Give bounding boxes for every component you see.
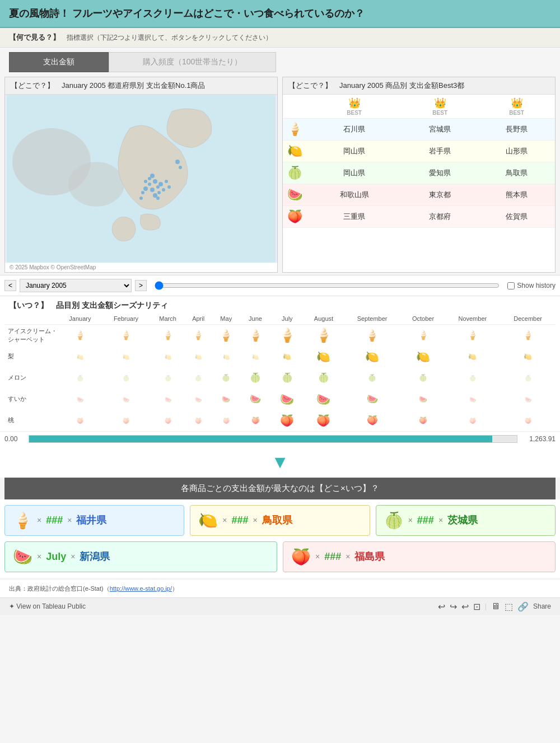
svg-point-7 <box>157 191 161 194</box>
season-cell: 🍈 <box>150 367 185 389</box>
ranking-r3: 佐賀県 <box>478 206 555 228</box>
sep-header: September <box>343 313 401 325</box>
timeline-next-button[interactable]: > <box>135 280 147 291</box>
season-cell: 🍈 <box>445 367 500 389</box>
svg-point-16 <box>167 185 171 189</box>
season-cell: 🍦 <box>102 325 151 346</box>
card-month: ### <box>324 551 341 563</box>
value-min: 0.00 <box>4 435 24 443</box>
main-section: 【どこで？】 January 2005 都道府県別 支出金額No.1商品 <box>0 77 560 273</box>
spending-button[interactable]: 支出金額 <box>9 52 109 72</box>
card-pref: 新潟県 <box>80 550 110 563</box>
ranking-icon: 🍉 <box>283 184 307 206</box>
card-times: × <box>408 516 413 525</box>
may-header: May <box>212 313 241 325</box>
season-row-label: アイスクリーム・シャーベット <box>4 325 58 346</box>
card-times2: × <box>438 516 443 525</box>
card-times: × <box>315 552 320 561</box>
bottom-section-header: 各商品ごとの支出金額が最大なのは【どこ×いつ】？ <box>4 478 556 499</box>
japan-map-svg <box>5 95 277 263</box>
redo-icon[interactable]: ↪ <box>450 601 457 612</box>
season-cell: 🍦 <box>304 325 343 346</box>
ranking-row: 🍑 三重県 京都府 佐賀県 <box>283 206 555 228</box>
product-card: 🍉 × July × 新潟県 <box>4 541 277 572</box>
nov-header: November <box>445 313 500 325</box>
season-cell: 🍈 <box>241 367 270 389</box>
season-cell: 🍋 <box>304 346 343 367</box>
season-cell: 🍉 <box>304 389 343 410</box>
season-cell: 🍋 <box>402 346 445 367</box>
svg-point-4 <box>156 185 160 189</box>
season-cell: 🍑 <box>212 410 241 431</box>
download-icon[interactable]: ⬚ <box>505 601 513 612</box>
season-cell: 🍈 <box>185 367 212 389</box>
card-month: ### <box>417 515 434 526</box>
share-icon[interactable]: 🔗 <box>517 601 529 612</box>
share-label[interactable]: Share <box>533 602 551 610</box>
layout-icon[interactable]: ⊡ <box>473 601 480 612</box>
ranking-r2: 東京都 <box>402 184 478 206</box>
season-cell: 🍑 <box>500 410 556 431</box>
rank3-header: 👑 BEST <box>478 95 555 119</box>
value-bar-outer <box>29 435 517 443</box>
show-history-checkbox[interactable] <box>507 282 515 289</box>
timeline-select[interactable]: January 2005 <box>20 279 132 292</box>
show-history-text: Show history <box>517 282 556 289</box>
tableau-footer-right: ↩ ↪ ↩ ⊡ | 🖥 ⬚ 🔗 Share <box>438 601 551 612</box>
ranking-icon: 🍦 <box>283 119 307 141</box>
season-cell: 🍦 <box>402 325 445 346</box>
view-on-tableau[interactable]: ✦ View on Tableau Public <box>9 602 86 610</box>
footer-source-end: ） <box>172 585 178 592</box>
season-cell: 🍉 <box>212 389 241 410</box>
purchase-button[interactable]: 購入頻度（100世帯当たり） <box>109 52 276 72</box>
undo-icon[interactable]: ↩ <box>438 601 445 612</box>
card-times2: × <box>253 516 258 525</box>
timeline-prev-button[interactable]: < <box>4 280 16 291</box>
season-cell: 🍈 <box>343 367 401 389</box>
device-icon[interactable]: 🖥 <box>491 601 500 611</box>
ranking-r1: 岡山県 <box>307 141 402 162</box>
svg-point-9 <box>162 188 165 191</box>
undo2-icon[interactable]: ↩ <box>461 601 469 612</box>
svg-point-19 <box>156 197 160 200</box>
season-cell: 🍑 <box>445 410 500 431</box>
map-container[interactable] <box>5 95 277 263</box>
ranking-r2: 岩手県 <box>402 141 478 162</box>
map-footer: © 2025 Mapbox © OpenStreetMap <box>5 263 277 272</box>
season-cell: 🍈 <box>270 367 304 389</box>
season-cell: 🍦 <box>500 325 556 346</box>
card-times: × <box>37 516 41 525</box>
season-cell: 🍑 <box>185 410 212 431</box>
card-pref: 福島県 <box>354 550 385 563</box>
ranking-table: 👑 BEST 👑 BEST 👑 BEST 🍦 石川県 宮城県 長野県 <box>283 95 555 228</box>
value-bar-row: 0.00 1,263.91 <box>0 431 560 446</box>
ranking-icon: 🍋 <box>283 141 307 162</box>
arrow-section: ▼ <box>0 446 560 478</box>
product-cards-row1: 🍦 × ### × 福井県 🍋 × ### × 鳥取県 🍈 × ### × 茨城… <box>4 505 556 536</box>
season-section: 【いつ？】 品目別 支出金額シーズナリティ January February M… <box>0 296 560 431</box>
svg-point-12 <box>141 191 144 194</box>
card-times: × <box>222 516 227 525</box>
ranking-r3: 熊本県 <box>478 184 555 206</box>
season-cell: 🍉 <box>58 389 102 410</box>
card-pref: 福井県 <box>76 513 106 527</box>
tableau-footer-left: ✦ View on Tableau Public <box>9 602 86 610</box>
timeline-slider[interactable] <box>155 281 500 290</box>
product-cards: 🍦 × ### × 福井県 🍋 × ### × 鳥取県 🍈 × ### × 茨城… <box>0 499 560 578</box>
season-cell: 🍦 <box>445 325 500 346</box>
ranking-panel: 【どこで？】 January 2005 商品別 支出金額Best3都 👑 BES… <box>282 77 556 273</box>
season-cell: 🍋 <box>445 346 500 367</box>
feb-header: February <box>102 313 151 325</box>
card-month: ### <box>232 515 249 526</box>
ranking-icon: 🍑 <box>283 206 307 228</box>
season-row-label: メロン <box>4 367 58 389</box>
card-icon: 🍋 <box>198 511 218 530</box>
ranking-r2: 京都府 <box>402 206 478 228</box>
footer-link[interactable]: http://www.e-stat.go.jp/ <box>110 585 172 592</box>
svg-point-8 <box>143 186 148 191</box>
svg-point-18 <box>144 180 147 183</box>
ranking-row: 🍦 石川県 宮城県 長野県 <box>283 119 555 141</box>
ranking-r1: 岡山県 <box>307 162 402 184</box>
season-cell: 🍉 <box>150 389 185 410</box>
season-cell: 🍋 <box>212 346 241 367</box>
